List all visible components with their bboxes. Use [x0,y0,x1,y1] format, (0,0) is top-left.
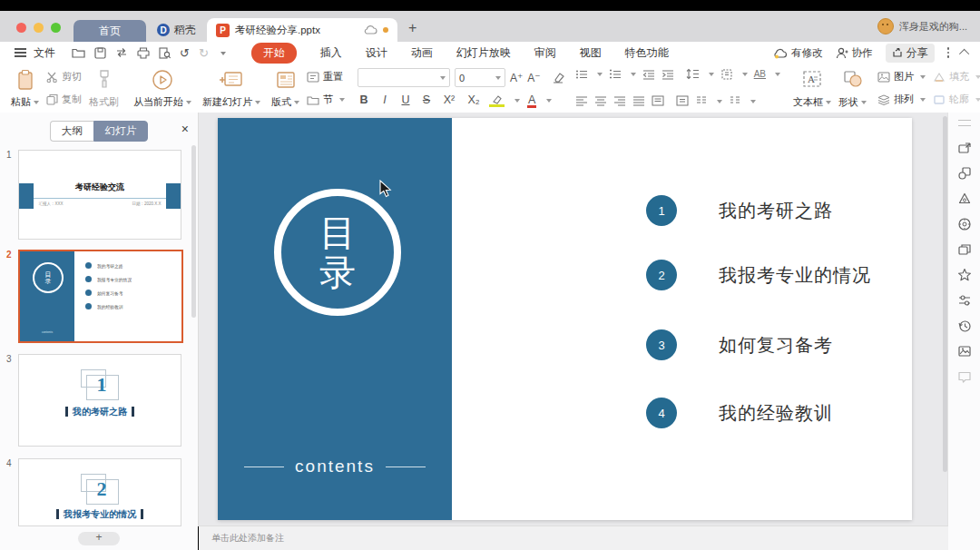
redo-icon[interactable]: ↻ [199,46,209,60]
slide-thumbnail-4[interactable]: 4 2 我报考专业的情况 [18,458,180,526]
play-dropdown-icon[interactable] [186,101,191,107]
modified-status[interactable]: 有修改 [772,46,823,60]
format-painter-button[interactable]: 格式刷 [89,67,119,109]
text-direction-icon[interactable]: AB [754,69,766,79]
align-left-icon[interactable] [575,95,588,106]
maximize-window-button[interactable] [51,23,61,33]
bold-button[interactable]: B [358,93,370,106]
toc-item-4[interactable]: 4 我的经验教训 [646,398,833,428]
textbox-dropdown-icon[interactable] [826,101,831,107]
outline-tab[interactable]: 大纲 [50,121,93,142]
collapse-ribbon-icon[interactable] [959,49,969,59]
tab-insert[interactable]: 插入 [320,45,342,61]
font-color-button[interactable]: A [528,93,535,106]
toc-item-1[interactable]: 1 我的考研之路 [646,195,833,226]
paragraph-spacing-dropdown-icon[interactable] [742,73,748,79]
strip-drag-handle-icon[interactable] [958,120,971,126]
align-right-icon[interactable] [613,95,626,106]
copy-button[interactable]: 复制 [46,93,82,106]
layout-button[interactable]: 版式 [271,67,299,109]
text-anchor-icon[interactable] [676,95,689,106]
tab-review[interactable]: 审阅 [534,45,556,61]
font-family-select[interactable] [358,68,450,87]
slide-teal-panel[interactable]: 目 录 contents [218,118,452,520]
italic-button[interactable]: I [378,93,391,106]
underline-button[interactable]: U [399,93,412,106]
paragraph-spacing-icon[interactable] [720,69,733,80]
share-button[interactable]: 分享 [886,44,935,63]
slides-tab[interactable]: 幻灯片 [93,121,149,142]
save-file-icon[interactable] [94,47,106,59]
cut-button[interactable]: 剪切 [46,70,82,83]
qat-more-dropdown-icon[interactable] [220,52,226,58]
font-color-dropdown-icon[interactable] [546,99,552,105]
docer-tab[interactable]: D 稻壳 [146,19,207,41]
minimize-window-button[interactable] [34,23,44,33]
decrease-indent-icon[interactable] [642,69,655,80]
print-icon[interactable] [137,47,150,59]
slide-thumbnail-1[interactable]: 1 考研经验交流 汇报人：XXX 日期：2020.X.X [18,150,180,240]
bullet-list-icon[interactable] [575,69,588,80]
numbered-list-icon[interactable] [609,69,622,80]
increase-indent-icon[interactable] [662,69,674,80]
collaborate-button[interactable]: 协作 [836,46,873,60]
notes-bar[interactable]: 单击此处添加备注 [199,525,948,550]
strikethrough-button[interactable]: S [420,93,433,106]
slides-pane-icon[interactable] [957,242,972,257]
play-from-current-button[interactable]: 从当前开始 [133,67,191,109]
layout-dropdown-icon[interactable] [294,101,299,107]
current-slide[interactable]: 目 录 contents 1 我的考研之路 2 我报考专业的情况 3 如何复习备 [218,118,912,520]
font-size-select[interactable]: 0 [455,68,505,87]
columns-icon[interactable] [695,95,708,106]
slide-canvas[interactable]: 目 录 contents 1 我的考研之路 2 我报考专业的情况 3 如何复习备 [199,113,948,526]
highlight-dropdown-icon[interactable] [514,99,520,105]
text-direction-dropdown-icon[interactable] [775,73,780,79]
shapes-dropdown-icon[interactable] [861,101,867,107]
increase-font-size-button[interactable]: A⁺ [510,72,523,84]
paste-dropdown-icon[interactable] [34,101,39,107]
new-slide-button[interactable]: 新建幻灯片 [202,67,260,109]
line-spacing-dropdown-icon[interactable] [709,73,714,79]
numbered-list-dropdown-icon[interactable] [631,73,636,79]
tab-slideshow[interactable]: 幻灯片放映 [456,45,511,61]
arrange-button[interactable]: 排列 [877,93,926,106]
tab-animation[interactable]: 动画 [411,45,433,61]
settings-sliders-icon[interactable] [957,293,972,308]
home-tab[interactable]: 首页 [74,20,146,42]
columns-dropdown-icon[interactable] [717,100,722,106]
arrange-dropdown-icon[interactable] [920,98,926,104]
clear-format-icon[interactable] [551,72,564,83]
shapes-pane-icon[interactable] [957,166,972,181]
close-window-button[interactable] [16,23,26,33]
convert-smartart-dropdown-icon[interactable] [750,100,756,106]
print-preview-icon[interactable] [159,47,171,59]
section-button[interactable]: 节 [307,93,345,106]
notes-placeholder[interactable]: 单击此处添加备注 [211,532,284,545]
comments-pane-icon[interactable] [957,369,972,384]
design-tools-icon[interactable] [957,192,972,206]
undo-icon[interactable]: ↺ [180,46,190,60]
user-account[interactable]: 浑身是戏的狗... [877,18,967,34]
file-menu[interactable]: 文件 [34,45,55,61]
more-options-icon[interactable] [947,47,950,58]
hamburger-menu-icon[interactable] [15,52,26,54]
section-dropdown-icon[interactable] [339,98,345,104]
distribute-icon[interactable] [652,95,664,106]
slide-thumbnail-3[interactable]: 3 1 我的考研之路 [18,354,180,447]
new-slide-dropdown-icon[interactable] [255,101,260,107]
textbox-button[interactable]: A 文本框 [793,67,831,109]
tab-view[interactable]: 视图 [580,45,602,61]
toc-title-circle[interactable]: 目 录 [274,189,401,316]
picture-dropdown-icon[interactable] [920,75,926,82]
paste-button[interactable]: 粘贴 [11,67,39,109]
picture-button[interactable]: 图片 [877,70,926,83]
line-spacing-icon[interactable] [686,68,700,80]
output-convert-icon[interactable] [115,47,128,58]
panel-scrollbar[interactable] [191,145,196,318]
document-tab[interactable]: P 考研经验分享.pptx [207,18,397,42]
toc-item-2[interactable]: 2 我报考专业的情况 [646,260,871,290]
effects-icon[interactable] [957,268,972,282]
bullet-list-dropdown-icon[interactable] [597,73,603,79]
layout-pane-icon[interactable] [957,141,972,155]
open-file-icon[interactable] [72,47,85,58]
